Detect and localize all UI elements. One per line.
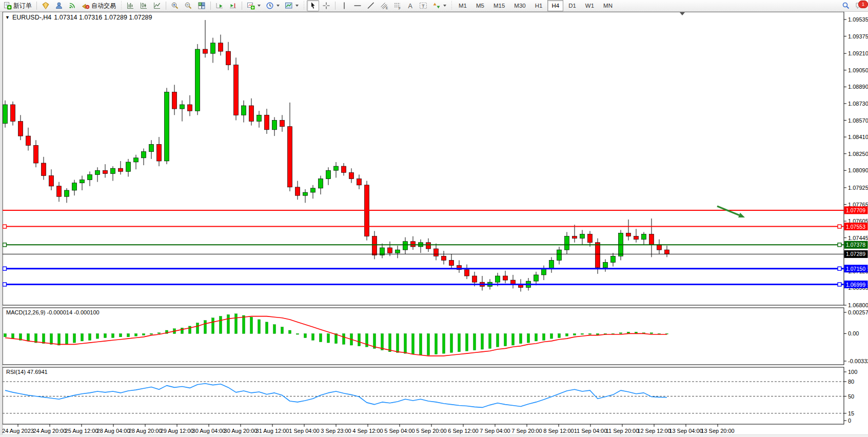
text-button[interactable]: A xyxy=(405,0,416,11)
drag-handle[interactable] xyxy=(450,1,452,10)
rsi-axis[interactable]: 1008050150 xyxy=(844,369,857,424)
zoom-in-button[interactable] xyxy=(169,0,181,11)
bar-chart-button[interactable] xyxy=(124,0,136,11)
svg-text:1.09535: 1.09535 xyxy=(848,16,868,23)
tf-button-m5[interactable]: M5 xyxy=(472,0,488,11)
auto-trading-button[interactable]: 自动交易 xyxy=(80,0,118,11)
price-label: 1.07150 xyxy=(846,266,865,272)
fibonacci-button[interactable]: F xyxy=(391,0,404,11)
line-anchor xyxy=(3,267,7,270)
svg-text:0.002572: 0.002572 xyxy=(848,309,868,315)
templates-button[interactable] xyxy=(283,0,301,11)
line-anchor xyxy=(3,225,7,228)
metaeditor-button[interactable] xyxy=(40,0,52,11)
chart-shift-button[interactable] xyxy=(227,0,239,11)
separator xyxy=(210,2,211,10)
tf-button-d1[interactable]: D1 xyxy=(564,0,580,11)
signals-button[interactable] xyxy=(66,0,78,11)
line-anchor xyxy=(838,267,841,270)
svg-text:30 Aug 04:00: 30 Aug 04:00 xyxy=(192,428,226,434)
text-label-icon: T xyxy=(419,2,427,10)
svg-text:1.09050: 1.09050 xyxy=(848,67,868,73)
text-label-button[interactable]: T xyxy=(417,0,429,11)
horizontal-line-button[interactable] xyxy=(351,0,364,11)
tf-button-h1[interactable]: H1 xyxy=(531,0,547,11)
svg-text:1.06800: 1.06800 xyxy=(848,302,868,308)
drag-handle[interactable] xyxy=(120,1,122,10)
chat-button[interactable]: 1 xyxy=(855,2,864,10)
tf-button-m1[interactable]: M1 xyxy=(455,0,471,11)
crosshair-button[interactable] xyxy=(320,0,332,11)
rsi-indicator-label: RSI(14) 47.6941 xyxy=(6,369,48,375)
tf-button-mn[interactable]: MN xyxy=(599,0,617,11)
tf-button-w1[interactable]: W1 xyxy=(581,0,598,11)
chart-canvas[interactable]: 1.095351.093751.092101.090501.088901.087… xyxy=(0,0,868,437)
svg-text:3 Sep 23:00: 3 Sep 23:00 xyxy=(321,428,351,434)
separator xyxy=(335,2,336,10)
tf-button-m30[interactable]: M30 xyxy=(510,0,529,11)
svg-text:12 Sep 12:00: 12 Sep 12:00 xyxy=(637,428,670,434)
community-button[interactable] xyxy=(53,0,65,11)
price-label: 1.07289 xyxy=(846,251,865,257)
tf-button-h4[interactable]: H4 xyxy=(547,0,563,11)
chart-ohlc-quotes: 1.07314 1.07316 1.07289 1.07289 xyxy=(54,14,152,21)
zoom-out-button[interactable] xyxy=(182,0,194,11)
window-bottom-edge xyxy=(0,434,868,437)
window-left-edge xyxy=(0,11,3,437)
chart-symbol-period: EURUSD-,H4 xyxy=(12,14,51,21)
svg-text:50: 50 xyxy=(848,393,854,400)
trendline-icon xyxy=(367,2,375,10)
svg-text:13 Sep 04:00: 13 Sep 04:00 xyxy=(669,428,702,434)
svg-text:28 Aug 04:00: 28 Aug 04:00 xyxy=(97,428,130,434)
search-icon[interactable] xyxy=(842,2,850,10)
svg-text:1.08250: 1.08250 xyxy=(848,151,868,157)
svg-text:A: A xyxy=(408,3,413,10)
tile-windows-icon xyxy=(198,2,206,10)
svg-text:1.07925: 1.07925 xyxy=(848,185,868,191)
auto-scroll-icon xyxy=(215,2,224,10)
new-chart-button[interactable] xyxy=(245,0,263,11)
periods-button[interactable] xyxy=(264,0,282,11)
svg-text:F: F xyxy=(399,7,401,10)
svg-text:24 Aug 2023: 24 Aug 2023 xyxy=(2,428,34,434)
tf-button-m15[interactable]: M15 xyxy=(489,0,509,11)
svg-text:1.09210: 1.09210 xyxy=(848,50,868,56)
bar-chart-icon xyxy=(126,2,134,10)
text-icon: A xyxy=(407,2,414,10)
chart-expander-icon[interactable]: ▼ xyxy=(5,15,10,20)
tile-windows-button[interactable] xyxy=(195,0,208,11)
auto-scroll-button[interactable] xyxy=(213,0,226,11)
macd-axis[interactable]: 0.0025720.00-0.003326 xyxy=(844,309,868,364)
price-axis[interactable]: 1.095351.093751.092101.090501.088901.087… xyxy=(844,16,868,308)
separator xyxy=(166,2,166,10)
vertical-line-button[interactable] xyxy=(338,0,350,11)
new-order-button[interactable]: 新订单 xyxy=(2,0,34,11)
line-chart-button[interactable] xyxy=(151,0,163,11)
channel-button[interactable]: E xyxy=(378,0,390,11)
gold-gem-icon xyxy=(42,2,50,10)
arrows-button[interactable] xyxy=(430,0,448,11)
crosshair-icon xyxy=(322,2,330,10)
price-label: 1.07553 xyxy=(846,224,865,230)
svg-text:7 Sep 20:00: 7 Sep 20:00 xyxy=(511,428,542,434)
drag-handle[interactable] xyxy=(303,1,305,10)
candlestick-chart-button[interactable] xyxy=(137,0,150,11)
svg-text:25 Aug 12:00: 25 Aug 12:00 xyxy=(65,428,98,434)
equidistant-channel-icon: E xyxy=(380,2,388,10)
svg-text:13 Sep 20:00: 13 Sep 20:00 xyxy=(701,428,734,434)
zoom-in-icon xyxy=(171,2,179,10)
svg-text:28 Aug 20:00: 28 Aug 20:00 xyxy=(129,428,162,434)
trendline-button[interactable] xyxy=(365,0,377,11)
time-axis[interactable]: 24 Aug 202324 Aug 20:0025 Aug 12:0028 Au… xyxy=(2,424,735,434)
line-anchor xyxy=(838,243,841,247)
chevron-down-icon xyxy=(258,5,261,7)
cursor-button[interactable] xyxy=(307,0,319,11)
svg-text:1.07445: 1.07445 xyxy=(848,235,868,241)
svg-text:5 Sep 04:00: 5 Sep 04:00 xyxy=(384,428,415,434)
new-order-label: 新订单 xyxy=(13,2,32,10)
svg-text:8 Sep 12:00: 8 Sep 12:00 xyxy=(543,428,574,434)
line-anchor xyxy=(3,243,7,247)
line-chart-icon xyxy=(153,2,161,10)
svg-text:1 Sep 04:00: 1 Sep 04:00 xyxy=(289,428,319,434)
svg-text:T: T xyxy=(422,3,425,9)
